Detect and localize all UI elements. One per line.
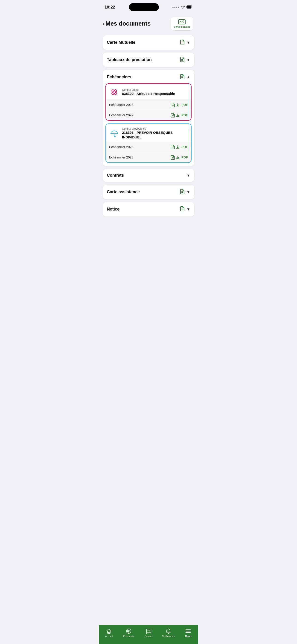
section-header-echeanciers[interactable]: Echéanciers ▲ [103, 70, 194, 84]
svg-point-31 [147, 631, 148, 631]
svg-point-32 [148, 631, 149, 631]
doc-icon-carte-assistance [180, 189, 185, 195]
doc-icon-sante-2022 [171, 113, 175, 118]
section-carte-assistance: Carte assistance ▼ [103, 185, 194, 199]
header-left: ‹ Mes documents [103, 20, 151, 27]
bell-icon [165, 628, 171, 634]
nav-label-contact: Contact [144, 635, 152, 638]
chevron-down-icon-notice: ▼ [186, 207, 190, 212]
section-title-tableaux: Tableaux de prestation [107, 57, 152, 62]
section-header-contrats[interactable]: Contrats ▼ [103, 169, 194, 182]
contract-card-sante: Contrat santé 835190 - Attitude 3 Respon… [106, 84, 192, 121]
signal-icon [172, 7, 179, 8]
section-tableaux: Tableaux de prestation ▼ [103, 52, 194, 67]
chat-icon [146, 628, 152, 634]
nav-item-paiements[interactable]: Paiements [119, 628, 138, 638]
main-content: Carte Mutuelle ▼ Tableaux de prestation [99, 33, 198, 625]
status-bar: 10:22 [99, 0, 198, 13]
file-row-prevoyance-2023b[interactable]: Echéancier 2023 [106, 152, 191, 162]
chevron-down-icon-carte-assistance: ▼ [186, 190, 190, 194]
section-carte-mutuelle: Carte Mutuelle ▼ [103, 35, 194, 50]
file-actions-sante-2022: .PDF [171, 113, 188, 118]
svg-point-33 [149, 631, 150, 631]
section-header-notice[interactable]: Notice ▼ [103, 202, 194, 216]
section-contrats: Contrats ▼ [103, 169, 194, 182]
file-actions-prevoyance-2023b: .PDF [171, 155, 188, 160]
euro-icon [126, 628, 132, 634]
carte-mutuelle-label: Carte mutuelle [174, 26, 190, 28]
contract-name-prevoyance: 218396 - PREVOIR OBSEQUES INDIVIDUEL [122, 130, 188, 139]
file-label-prevoyance-2023b: Echéancier 2023 [109, 156, 133, 159]
contract-files-prevoyance: Echéancier 2023 [106, 142, 191, 162]
nav-label-menu: Menu [185, 635, 191, 638]
chevron-down-icon-contrats: ▼ [186, 174, 190, 178]
nav-item-notifications[interactable]: Notifications [158, 628, 178, 638]
nav-label-paiements: Paiements [123, 635, 134, 638]
doc-icon-tableaux [180, 57, 185, 63]
section-echeanciers: Echéanciers ▲ [103, 70, 194, 166]
sante-icon [109, 87, 119, 97]
download-arrow-icon [176, 103, 180, 107]
file-label-sante-2023: Echéancier 2023 [109, 103, 133, 107]
menu-icon [185, 628, 191, 634]
section-icons-carte-assistance: ▼ [180, 189, 190, 195]
download-icon-sante-2022 [176, 113, 180, 117]
wifi-icon [180, 5, 185, 9]
section-title-echeanciers: Echéanciers [107, 75, 131, 80]
file-row-sante-2022[interactable]: Echéancier 2022 [106, 110, 191, 120]
section-header-carte-mutuelle[interactable]: Carte Mutuelle ▼ [103, 35, 194, 50]
doc-icon-echeanciers [180, 74, 185, 80]
svg-rect-29 [108, 632, 110, 634]
section-icons-tableaux: ▼ [180, 57, 190, 63]
section-icons-echeanciers: ▲ [180, 74, 190, 80]
svg-rect-2 [178, 20, 185, 24]
svg-point-30 [126, 629, 131, 634]
doc-icon-notice [180, 206, 185, 212]
section-title-contrats: Contrats [107, 173, 124, 178]
notch [129, 3, 159, 11]
pdf-label-prev-2023a: .PDF [180, 145, 188, 149]
contract-info-sante: Contrat santé 835190 - Attitude 3 Respon… [122, 88, 175, 96]
contract-name-sante: 835190 - Attitude 3 Responsable [122, 92, 175, 96]
contract-list: Contrat santé 835190 - Attitude 3 Respon… [103, 84, 194, 166]
file-actions-prevoyance-2023a: .PDF [171, 145, 188, 149]
section-header-carte-assistance[interactable]: Carte assistance ▼ [103, 185, 194, 199]
contract-files-sante: Echéancier 2023 [106, 100, 191, 120]
doc-icon [180, 40, 185, 46]
carte-mutuelle-icon [178, 19, 186, 25]
nav-item-contact[interactable]: Contact [138, 628, 158, 638]
doc-icon-prev-2023a [171, 145, 175, 149]
contract-type-prevoyance: Contrat prévoyance [122, 127, 188, 130]
pdf-label-sante-2022: .PDF [180, 113, 188, 117]
carte-mutuelle-button[interactable]: Carte mutuelle [170, 16, 194, 31]
pdf-label-prev-2023b: .PDF [180, 156, 188, 159]
file-label-prevoyance-2023a: Echéancier 2023 [109, 145, 133, 149]
nav-item-accueil[interactable]: Accueil [99, 628, 119, 638]
contract-info-prevoyance: Contrat prévoyance 218396 - PREVOIR OBSE… [122, 127, 188, 139]
section-title-carte-assistance: Carte assistance [107, 190, 140, 194]
contract-header-prevoyance: Contrat prévoyance 218396 - PREVOIR OBSE… [106, 124, 191, 142]
svg-rect-1 [187, 6, 191, 8]
battery-icon [186, 5, 192, 9]
back-button[interactable]: ‹ [103, 21, 104, 26]
file-row-prevoyance-2023a[interactable]: Echéancier 2023 [106, 142, 191, 152]
download-icon-prev-2023a [176, 145, 180, 149]
chevron-down-icon: ▼ [186, 40, 190, 45]
status-time: 10:22 [104, 5, 115, 10]
section-header-tableaux[interactable]: Tableaux de prestation ▼ [103, 52, 194, 67]
home-icon [106, 628, 112, 634]
download-icon-prev-2023b [176, 156, 180, 159]
nav-item-menu[interactable]: Menu [178, 628, 198, 638]
chevron-up-icon-echeanciers: ▲ [186, 75, 190, 79]
nav-label-accueil: Accueil [105, 635, 112, 638]
page-title: Mes documents [106, 20, 151, 27]
chevron-down-icon-tableaux: ▼ [186, 58, 190, 62]
contract-card-prevoyance: Contrat prévoyance 218396 - PREVOIR OBSE… [106, 124, 192, 163]
contract-type-sante: Contrat santé [122, 88, 175, 92]
file-row-sante-2023[interactable]: Echéancier 2023 [106, 100, 191, 110]
section-icons: ▼ [180, 40, 190, 46]
bottom-nav: Accueil Paiements Contact [99, 625, 198, 644]
nav-label-notifications: Notifications [162, 635, 174, 638]
pdf-label-sante-2023: .PDF [180, 103, 188, 107]
section-icons-notice: ▼ [180, 206, 190, 212]
